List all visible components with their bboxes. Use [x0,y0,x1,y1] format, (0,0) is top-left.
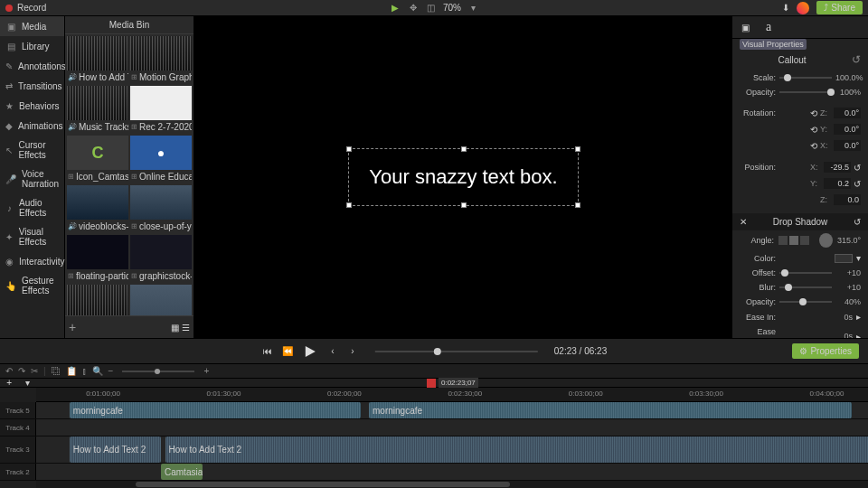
pointer-icon[interactable]: ▶ [389,2,401,14]
zoom-out-button[interactable]: 🔍 [92,366,103,376]
sidebar-item-animations[interactable]: ◆Animations [0,116,64,136]
clip[interactable]: How to Add Text 2 [70,436,161,463]
clip[interactable]: How to Add Text 2 [165,436,868,463]
resize-handle[interactable] [346,146,352,152]
resize-handle[interactable] [346,202,352,208]
rot-x-icon[interactable]: ⟲ [810,141,817,151]
media-item[interactable]: ⊞Icon_Camtasia... [66,135,129,184]
add-media-button[interactable]: + [69,320,76,334]
pos-x-input[interactable] [824,162,851,173]
track-menu-button[interactable]: ▾ [25,378,30,388]
download-icon[interactable]: ⬇ [782,3,789,13]
angle-value[interactable]: 315.0° [836,236,861,245]
list-view-icon[interactable]: ☰ [182,323,190,333]
media-item[interactable]: ⊞efsa-1-11-1269 [129,284,193,315]
easein-value[interactable]: 0s [827,313,853,322]
pos-z-input[interactable] [834,194,861,205]
reset-x-icon[interactable]: ↺ [854,163,861,173]
clip[interactable]: morningcafe [369,402,852,418]
canvas[interactable]: Your snazzy text box. [194,16,732,338]
visual-props-tab[interactable]: ▣ [738,20,752,34]
scale-value[interactable]: 100.0% [835,73,861,82]
ds-opacity-value[interactable]: 40% [835,297,861,306]
timeline-scrollbar[interactable] [36,481,868,488]
sidebar-item-gesture-effects[interactable]: 👆Gesture Effects [0,271,64,300]
copy-button[interactable]: ⿻ [52,366,61,376]
media-item[interactable]: ⊞close-up-of-yo... [129,184,193,234]
sidebar-item-transitions[interactable]: ⇄Transitions [0,76,64,96]
cut-button[interactable]: ✂ [31,366,38,376]
resize-handle[interactable] [575,146,580,152]
sidebar-item-interactivity[interactable]: ◉Interactivity [0,251,64,271]
media-item[interactable]: ⊞Rec 2-7-2020 1 [129,85,193,135]
zoom-minus[interactable]: − [108,366,114,376]
prev-clip-button[interactable]: ⏮ [261,345,274,358]
sidebar-item-visual-effects[interactable]: ✦Visual Effects [0,222,64,251]
callout-text[interactable]: Your snazzy text box. [369,165,557,189]
share-button[interactable]: ⤴Share [816,1,863,14]
zoom-level[interactable]: 70% [443,3,461,13]
sidebar-item-behaviors[interactable]: ★Behaviors [0,96,64,116]
text-props-tab[interactable]: a [761,20,776,34]
blur-slider[interactable] [779,286,832,288]
zoom-plus[interactable]: + [203,366,209,376]
undo-button[interactable]: ↶ [5,366,13,376]
color-swatch[interactable] [835,254,853,263]
sidebar-item-annotations[interactable]: ✎Annotations [0,56,64,76]
opacity-slider[interactable] [779,91,832,93]
playhead[interactable]: 0:02:23;07 [431,379,432,387]
media-item[interactable]: ⊞graphicstock-c... [129,234,193,284]
rot-z-icon[interactable]: ⟲ [810,108,817,118]
track-header[interactable]: Track 3 [0,436,36,463]
track-header[interactable]: Track 5 [0,402,36,418]
resize-handle[interactable] [575,202,580,208]
track-content[interactable]: How to Add Text 2How to Add Text 2 [36,436,868,463]
remove-effect-button[interactable]: ✕ [740,217,747,227]
zoom-slider[interactable] [122,371,194,372]
media-item[interactable]: 🔊How to Add Te... [66,35,129,85]
sidebar-item-cursor-effects[interactable]: ↖Cursor Effects [0,136,64,164]
redo-button[interactable]: ↷ [18,366,25,376]
split-button[interactable]: ⫿ [82,366,87,376]
media-item[interactable]: ⊞Online Educati... [129,135,193,184]
resize-handle[interactable] [461,146,467,152]
zoom-dropdown-icon[interactable]: ▾ [467,2,479,14]
resize-handle[interactable] [461,202,467,208]
record-button[interactable]: Record [17,3,46,13]
offset-slider[interactable] [779,272,832,274]
crop-icon[interactable]: ◫ [425,2,438,14]
timeline-ruler[interactable]: 0:01:00;000:01:30;000:02:00;000:02:30;00… [36,388,868,402]
sidebar-item-library[interactable]: ▤Library [0,36,64,56]
media-item[interactable]: ⊞floating-particl... [66,234,129,284]
sidebar-item-voice-narration[interactable]: 🎤Voice Narration [0,164,64,193]
grid-view-icon[interactable]: ▦ [171,323,179,333]
scrub-bar[interactable] [375,351,538,352]
prev-marker-button[interactable]: ‹ [326,345,339,358]
add-track-button[interactable]: + [6,378,12,388]
clip[interactable]: Camtasia [161,464,203,480]
paste-button[interactable]: 📋 [66,366,77,376]
offset-value[interactable]: +10 [835,268,861,277]
scale-slider[interactable] [779,77,832,79]
reset-effect-icon[interactable]: ↺ [854,217,861,227]
media-item[interactable]: ⊞Motion Graphi... [129,35,193,85]
track-content[interactable]: Camtasia [36,464,868,480]
media-item[interactable]: 🔊videoblocks-wi... [66,184,129,234]
hand-icon[interactable]: ✥ [407,2,420,14]
ds-opacity-slider[interactable] [779,301,832,303]
opacity-value[interactable]: 100% [835,88,861,97]
reset-y-icon[interactable]: ↺ [854,179,861,189]
color-dropdown-icon[interactable]: ▾ [856,253,861,263]
angle-dial[interactable] [819,233,833,248]
rot-y-icon[interactable]: ⟲ [810,125,817,135]
text-callout[interactable]: Your snazzy text box. [348,148,578,206]
pos-y-input[interactable] [824,178,851,189]
step-back-button[interactable]: ⏪ [281,345,294,358]
track-content[interactable]: morningcafemorningcafe [36,402,868,418]
next-marker-button[interactable]: › [346,345,359,358]
sidebar-item-media[interactable]: ▣Media [0,16,64,36]
properties-button[interactable]: ⚙Properties [792,343,859,359]
sidebar-item-audio-effects[interactable]: ♪Audio Effects [0,193,64,222]
rot-x-input[interactable] [834,140,861,151]
rot-z-input[interactable] [834,108,861,118]
